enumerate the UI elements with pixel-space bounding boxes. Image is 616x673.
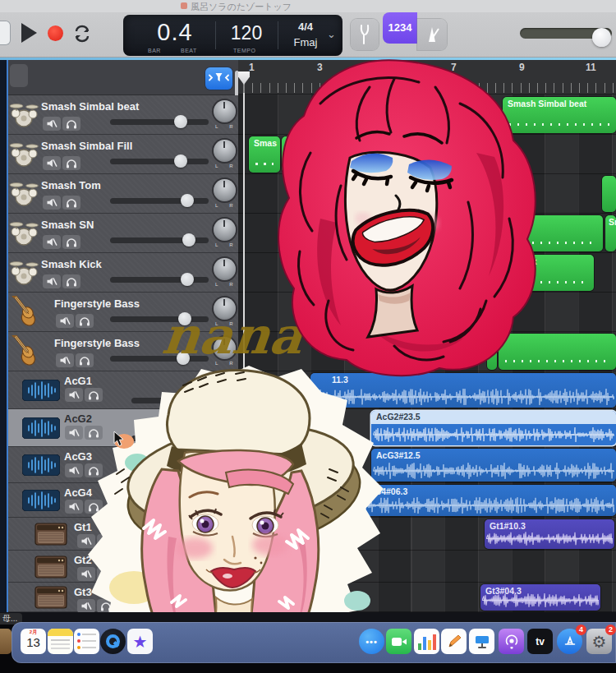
- mute-button[interactable]: [77, 599, 95, 613]
- audio-region-9[interactable]: 11.3: [310, 373, 616, 408]
- track-header-smash-kick-4[interactable]: Smash KickLR: [8, 253, 238, 293]
- lcd-display[interactable]: 0.4 BAR BEAT 120 TEMPO 4/4 Fmaj ⌄: [123, 15, 342, 56]
- pan-knob[interactable]: [214, 219, 236, 241]
- solo-button[interactable]: [62, 156, 80, 170]
- pan-knob[interactable]: [214, 258, 236, 280]
- track-header-acg3-9[interactable]: AcG3: [8, 447, 238, 483]
- track-volume-slider[interactable]: [110, 237, 209, 243]
- mute-button[interactable]: [43, 274, 61, 288]
- mute-button[interactable]: [43, 156, 61, 170]
- solo-button[interactable]: [85, 426, 103, 440]
- volume-slider-knob[interactable]: [174, 154, 187, 168]
- solo-button[interactable]: [85, 388, 103, 402]
- star-app-dock-icon[interactable]: ★: [127, 629, 153, 654]
- mute-button[interactable]: [65, 463, 83, 477]
- pages-dock-icon[interactable]: [441, 629, 467, 654]
- track-volume-slider[interactable]: [131, 506, 209, 512]
- track-header-smash-simbal-fill-1[interactable]: Smash Simbal FillLR: [8, 135, 238, 174]
- midi-region-6[interactable]: h Kick: [460, 255, 594, 291]
- track-header-acg1-7[interactable]: AcG1: [8, 371, 238, 409]
- lcd-tempo-value[interactable]: 120: [222, 22, 271, 44]
- volume-slider-knob[interactable]: [182, 233, 195, 247]
- track-header-acg4-10[interactable]: AcG4: [8, 483, 238, 518]
- mute-button[interactable]: [65, 388, 83, 402]
- volume-slider-knob[interactable]: [174, 115, 187, 128]
- volume-slider-knob[interactable]: [187, 597, 200, 610]
- solo-button[interactable]: [76, 314, 94, 328]
- reminders-dock-icon[interactable]: [74, 629, 99, 654]
- settings-dock-icon[interactable]: ⚙2: [586, 629, 612, 654]
- lcd-time-signature[interactable]: 4/4: [284, 21, 327, 33]
- pan-knob[interactable]: [214, 100, 236, 122]
- mute-button[interactable]: [43, 117, 61, 131]
- dock-partial-icon[interactable]: [0, 629, 11, 654]
- apple-tv-dock-icon[interactable]: tv: [527, 629, 553, 654]
- audio-region-purple-14[interactable]: Gt3#04.3: [480, 584, 600, 611]
- audio-region-selected-10[interactable]: AcG2#23.5: [371, 411, 616, 445]
- track-volume-slider[interactable]: [110, 119, 209, 125]
- facetime-dock-icon[interactable]: [386, 629, 411, 654]
- timeline-row-2[interactable]: [238, 174, 616, 214]
- volume-slider-knob[interactable]: [177, 352, 190, 365]
- volume-knob[interactable]: [592, 28, 611, 47]
- volume-slider-knob[interactable]: [187, 567, 200, 580]
- audio-region-12[interactable]: G4#06.3: [361, 485, 616, 516]
- track-header-gt1-11[interactable]: Gt1: [8, 518, 238, 551]
- midi-region-5[interactable]: Sm: [605, 215, 616, 251]
- mute-button[interactable]: [56, 353, 74, 367]
- lcd-position-value[interactable]: 0.4: [138, 19, 212, 46]
- volume-slider-knob[interactable]: [187, 394, 200, 407]
- tuner-button[interactable]: [351, 19, 379, 50]
- volume-slider-knob[interactable]: [187, 431, 200, 445]
- audio-region-11[interactable]: AcG3#12.5: [371, 449, 616, 482]
- pan-knob[interactable]: [214, 337, 236, 359]
- track-header-smash-sn-3[interactable]: Smash SNLR: [8, 214, 238, 253]
- solo-button[interactable]: [97, 599, 115, 613]
- mute-button[interactable]: [65, 500, 83, 514]
- rewind-button[interactable]: [0, 21, 11, 45]
- keynote-dock-icon[interactable]: [469, 629, 494, 654]
- master-volume-slider[interactable]: [520, 28, 612, 39]
- track-header-gt2-12[interactable]: Gt2: [8, 551, 238, 583]
- track-volume-slider[interactable]: [131, 539, 209, 545]
- midi-region-4[interactable]: h SN: [460, 215, 603, 251]
- catch-playhead-button[interactable]: [205, 67, 232, 90]
- solo-button[interactable]: [97, 534, 115, 548]
- track-volume-slider[interactable]: [131, 398, 209, 403]
- play-button[interactable]: [21, 23, 37, 43]
- messages-dock-icon[interactable]: •••: [359, 629, 384, 654]
- mute-button[interactable]: [77, 567, 95, 581]
- track-volume-slider[interactable]: [131, 601, 209, 606]
- volume-slider-knob[interactable]: [181, 194, 194, 207]
- solo-button[interactable]: [76, 353, 94, 367]
- podcasts-dock-icon[interactable]: [499, 629, 524, 654]
- solo-button[interactable]: [85, 463, 103, 477]
- chevron-down-icon[interactable]: ⌄: [327, 28, 336, 40]
- track-header-fingerstyle-bass-5[interactable]: Fingerstyle BassLR: [8, 293, 238, 332]
- numbers-dock-icon[interactable]: [414, 629, 439, 654]
- pan-knob[interactable]: [214, 179, 236, 201]
- mute-button[interactable]: [43, 196, 61, 210]
- track-header-fingerstyle-bass-6[interactable]: Fingerstyle BassLR: [8, 332, 238, 371]
- volume-slider-knob[interactable]: [187, 535, 200, 548]
- solo-button[interactable]: [62, 235, 80, 249]
- midi-region-2[interactable]: Smas: [282, 136, 312, 173]
- midi-region-0[interactable]: Smash Simbal beat: [503, 97, 616, 133]
- solo-button[interactable]: [62, 117, 80, 131]
- track-volume-slider[interactable]: [110, 159, 209, 164]
- audio-region-purple-13[interactable]: Gt1#10.3: [485, 519, 614, 549]
- track-header-smash-simbal-beat-0[interactable]: Smash Simbal beatLR: [8, 95, 238, 135]
- solo-button[interactable]: [62, 274, 80, 288]
- track-volume-slider[interactable]: [131, 436, 209, 441]
- pan-knob[interactable]: [214, 140, 236, 162]
- cycle-loop-button[interactable]: [72, 25, 92, 43]
- timeline-area[interactable]: Smash Simbal beatSmasSmash SNSmh Kick11.…: [238, 60, 616, 612]
- mute-button[interactable]: [56, 314, 74, 328]
- track-volume-slider[interactable]: [110, 316, 209, 322]
- app-store-dock-icon[interactable]: 4: [557, 629, 582, 654]
- timeline-row-5[interactable]: [238, 293, 616, 332]
- timeline-row-12[interactable]: [238, 551, 616, 583]
- track-volume-slider[interactable]: [110, 277, 209, 283]
- quicktime-dock-icon[interactable]: [100, 629, 126, 654]
- track-header-smash-tom-2[interactable]: Smash TomLR: [8, 174, 238, 214]
